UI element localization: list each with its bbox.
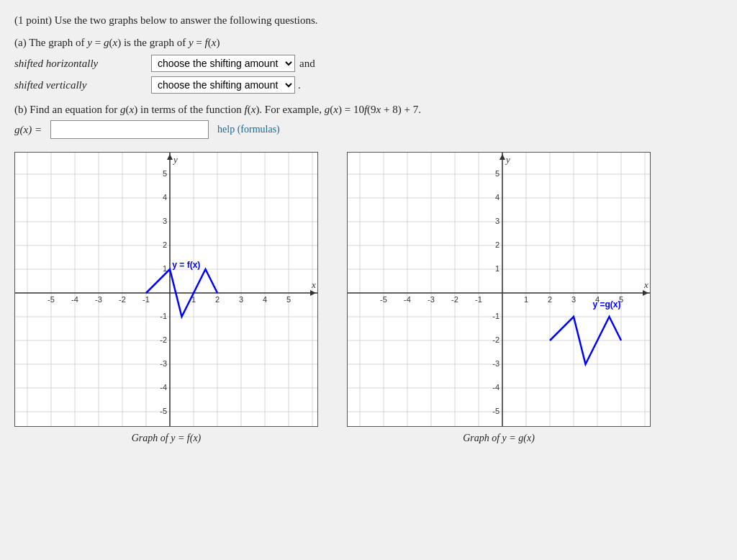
left-graph-caption: Graph of y = f(x): [132, 433, 202, 444]
gx-equals-label: g(x) =: [14, 124, 42, 136]
header-text: (1 point) Use the two graphs below to an…: [14, 14, 723, 27]
left-graph-canvas: [14, 152, 318, 427]
right-graph-canvas: [347, 152, 651, 427]
left-graph-container: Graph of y = f(x): [14, 152, 318, 444]
horizontal-shift-dropdown[interactable]: choose the shifting amount left 1 unit l…: [151, 55, 295, 72]
right-graph-caption: Graph of y = g(x): [463, 433, 535, 444]
period-after-vertical: .: [298, 79, 301, 91]
part-b-title: (b) Find an equation for g(x) in terms o…: [14, 104, 723, 116]
horizontal-label: shifted horizontally: [14, 58, 151, 70]
help-formulas-link[interactable]: help (formulas): [217, 124, 280, 135]
and-text: and: [299, 58, 315, 70]
right-graph-container: Graph of y = g(x): [347, 152, 651, 444]
gx-input[interactable]: [50, 120, 209, 139]
part-a-title: (a) The graph of y = g(x) is the graph o…: [14, 37, 723, 49]
vertical-label: shifted vertically: [14, 79, 151, 91]
graphs-section: Graph of y = f(x) Graph of y = g(x): [14, 152, 723, 444]
vertical-shift-dropdown[interactable]: choose the shifting amount down 5 units …: [151, 76, 295, 94]
